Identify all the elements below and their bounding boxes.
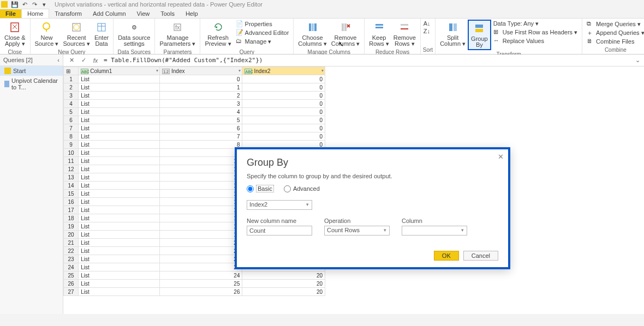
table-row[interactable]: 8List70 bbox=[64, 132, 325, 141]
replace-values-button[interactable]: ↔Replace Values bbox=[491, 37, 580, 45]
replace-icon: ↔ bbox=[493, 37, 501, 45]
sort-desc-button[interactable]: Z↓ bbox=[423, 27, 431, 35]
sort-asc-button[interactable]: A↓ bbox=[423, 20, 431, 27]
redo-icon[interactable]: ↷ bbox=[31, 1, 38, 8]
close-icon[interactable]: ✕ bbox=[498, 153, 504, 161]
sort-asc-icon: A↓ bbox=[424, 20, 431, 27]
tab-view[interactable]: View bbox=[132, 9, 156, 18]
title-bar: 💾 ↶ ↷ ▾ Unpivot variations - vertical an… bbox=[0, 0, 644, 9]
svg-rect-22 bbox=[401, 24, 408, 26]
table-row[interactable]: 7List60 bbox=[64, 124, 325, 132]
svg-point-3 bbox=[43, 23, 50, 29]
svg-rect-16 bbox=[342, 23, 344, 31]
remove-rows-button[interactable]: Remove Rows ▾ bbox=[391, 20, 418, 48]
table-row[interactable]: 25List2420 bbox=[64, 271, 325, 280]
new-source-button[interactable]: New Source ▾ bbox=[33, 20, 61, 48]
query-unpivot[interactable]: Unpivot Calendar to T... bbox=[0, 76, 63, 92]
choose-columns-button[interactable]: Choose Columns ▾ bbox=[296, 20, 329, 48]
advanced-editor-icon: 📝 bbox=[236, 29, 243, 37]
accept-formula-icon[interactable]: ✓ bbox=[79, 56, 88, 65]
remove-rows-icon bbox=[398, 21, 411, 34]
qat-dropdown-icon[interactable]: ▾ bbox=[40, 1, 48, 8]
table-row[interactable]: 6List50 bbox=[64, 116, 325, 124]
queries-header[interactable]: Queries [2]‹ bbox=[0, 55, 63, 66]
column-header[interactable]: ABCIndex2▾ bbox=[242, 67, 325, 75]
refresh-icon bbox=[212, 21, 225, 34]
table-row[interactable]: 27List2620 bbox=[64, 288, 325, 296]
query-start[interactable]: Start bbox=[0, 66, 63, 76]
parameters-icon: fx bbox=[171, 21, 184, 34]
window-title: Unpivot variations - vertical and horizo… bbox=[55, 1, 263, 8]
tab-file[interactable]: File bbox=[0, 9, 21, 18]
table-row[interactable]: 26List2520 bbox=[64, 280, 325, 288]
radio-basic[interactable]: Basic bbox=[247, 185, 274, 192]
append-icon: ＋ bbox=[587, 29, 594, 37]
choose-columns-icon bbox=[306, 21, 319, 34]
table-row[interactable]: 3List20 bbox=[64, 92, 325, 100]
merge-queries-button[interactable]: ⧉Merge Queries ▾ bbox=[585, 20, 644, 28]
tab-help[interactable]: Help bbox=[180, 9, 204, 18]
keep-rows-button[interactable]: Keep Rows ▾ bbox=[367, 20, 391, 48]
first-row-headers-button[interactable]: ⊞Use First Row as Headers ▾ bbox=[491, 28, 580, 37]
manage-button[interactable]: 🗂Manage ▾ bbox=[234, 37, 291, 46]
append-queries-button[interactable]: ＋Append Queries ▾ bbox=[585, 28, 644, 37]
data-type-button[interactable]: Data Type: Any ▾ bbox=[491, 20, 580, 28]
close-apply-button[interactable]: Close & Apply ▾ bbox=[2, 20, 28, 48]
svg-rect-27 bbox=[475, 29, 483, 32]
cancel-button[interactable]: Cancel bbox=[463, 251, 498, 261]
new-column-input[interactable] bbox=[247, 226, 312, 236]
svg-rect-21 bbox=[375, 27, 383, 28]
column-header[interactable]: ABCColumn1▾ bbox=[79, 67, 160, 75]
remove-columns-icon bbox=[339, 21, 352, 34]
collapse-icon[interactable]: ‹ bbox=[57, 57, 59, 63]
combine-files-button[interactable]: 🗎Combine Files bbox=[585, 37, 644, 46]
recent-sources-button[interactable]: Recent Sources ▾ bbox=[61, 20, 92, 48]
sort-desc-icon: Z↓ bbox=[424, 28, 430, 34]
table-row[interactable]: 5List40 bbox=[64, 108, 325, 116]
radio-advanced[interactable]: Advanced bbox=[284, 185, 320, 192]
table-row[interactable]: 1List00 bbox=[64, 75, 325, 83]
undo-icon[interactable]: ↶ bbox=[21, 1, 28, 8]
formula-input[interactable] bbox=[102, 56, 633, 65]
save-icon[interactable]: 💾 bbox=[11, 1, 19, 8]
remove-columns-button[interactable]: Remove Columns ▾ bbox=[329, 20, 362, 48]
properties-button[interactable]: 📄Properties bbox=[234, 20, 291, 28]
close-apply-icon bbox=[8, 21, 21, 34]
dialog-title: Group By bbox=[247, 157, 498, 168]
tab-home[interactable]: Home bbox=[21, 9, 49, 18]
tab-tools[interactable]: Tools bbox=[155, 9, 180, 18]
column-dropdown-icon[interactable]: ▾ bbox=[156, 68, 158, 73]
dialog-description: Specify the column to group by and the d… bbox=[247, 173, 498, 179]
column-header[interactable]: 1.2Index▾ bbox=[160, 67, 242, 75]
column-dropdown-icon[interactable]: ▾ bbox=[321, 68, 324, 73]
table-row[interactable]: 4List30 bbox=[64, 100, 325, 108]
query-icon bbox=[4, 68, 11, 74]
data-source-settings-button[interactable]: ⚙Data source settings bbox=[116, 20, 152, 48]
svg-rect-24 bbox=[449, 23, 452, 31]
advanced-editor-button[interactable]: 📝Advanced Editor bbox=[234, 28, 291, 37]
tab-add-column[interactable]: Add Column bbox=[87, 9, 132, 18]
expand-formula-icon[interactable]: ⌄ bbox=[633, 57, 642, 64]
column-label: Column bbox=[402, 218, 467, 224]
table-corner[interactable]: ⊞ bbox=[64, 67, 79, 75]
table-row[interactable]: 2List10 bbox=[64, 83, 325, 92]
group-by-dialog: ✕ Group By Specify the column to group b… bbox=[235, 147, 510, 269]
operation-label: Operation bbox=[324, 218, 390, 224]
group-column-select[interactable]: Index2 bbox=[247, 200, 312, 210]
recent-sources-icon bbox=[70, 21, 83, 34]
app-icon bbox=[1, 1, 8, 8]
fx-icon[interactable]: fx bbox=[91, 56, 100, 65]
column-select[interactable] bbox=[402, 226, 467, 236]
cancel-formula-icon[interactable]: ✕ bbox=[67, 56, 76, 65]
enter-data-button[interactable]: Enter Data bbox=[92, 20, 111, 48]
svg-rect-26 bbox=[475, 25, 483, 28]
refresh-preview-button[interactable]: Refresh Preview ▾ bbox=[202, 20, 233, 48]
group-by-button[interactable]: Group By bbox=[468, 20, 491, 50]
column-dropdown-icon[interactable]: ▾ bbox=[238, 68, 241, 73]
ok-button[interactable]: OK bbox=[434, 251, 459, 261]
tab-transform[interactable]: Transform bbox=[49, 9, 87, 18]
manage-parameters-button[interactable]: fxManage Parameters ▾ bbox=[157, 20, 198, 48]
ribbon: Close & Apply ▾ Close New Source ▾ Recen… bbox=[0, 19, 644, 55]
operation-select[interactable]: Count Rows bbox=[324, 226, 390, 236]
split-column-button[interactable]: Split Column ▾ bbox=[438, 20, 468, 48]
